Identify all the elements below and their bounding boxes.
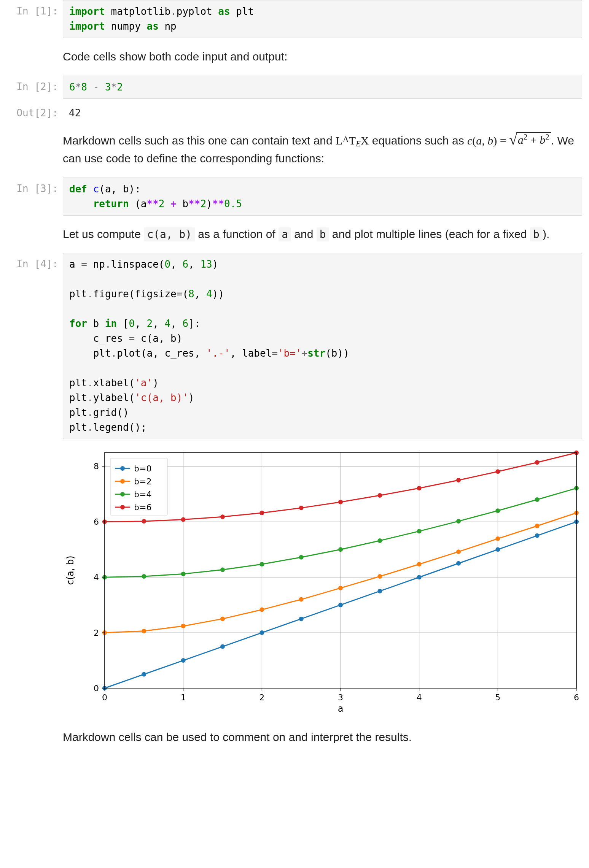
svg-point-22 (495, 547, 500, 552)
svg-point-41 (220, 568, 225, 572)
svg-point-53 (181, 517, 186, 522)
svg-point-23 (535, 533, 540, 538)
svg-point-45 (377, 538, 382, 543)
svg-point-33 (417, 562, 422, 567)
svg-point-57 (338, 500, 343, 505)
svg-point-20 (417, 575, 422, 580)
svg-point-44 (338, 547, 343, 552)
module: matplotlib (105, 6, 170, 17)
svg-point-55 (259, 511, 264, 515)
svg-point-48 (495, 508, 500, 513)
svg-point-93 (120, 466, 125, 471)
svg-point-19 (377, 589, 382, 593)
markdown-cell-3[interactable]: Let us compute c(a, b) as a function of … (7, 219, 582, 250)
code-input[interactable]: 6*8 - 3*2 (63, 76, 582, 99)
markdown-cell-2[interactable]: Markdown cells such as this one can cont… (7, 125, 582, 175)
svg-point-40 (181, 572, 186, 576)
latex-logo: LATEX (336, 134, 369, 147)
input-prompt: In [3]: (7, 178, 63, 196)
code-output: 42 (63, 102, 582, 122)
svg-point-58 (377, 493, 382, 498)
jupyter-notebook: In [1]: import matplotlib.pyplot as plt … (0, 0, 589, 771)
svg-point-13 (142, 672, 146, 677)
svg-point-99 (120, 492, 125, 497)
svg-text:2: 2 (259, 693, 264, 702)
svg-point-32 (377, 574, 382, 579)
svg-point-102 (120, 505, 125, 509)
markdown-cell-4[interactable]: Markdown cells can be used to comment on… (7, 722, 582, 753)
input-prompt: In [1]: (7, 0, 63, 19)
code-cell-2[interactable]: In [2]: 6*8 - 3*2 (7, 76, 582, 99)
svg-text:6: 6 (574, 693, 579, 702)
svg-text:1: 1 (181, 693, 186, 702)
svg-point-52 (142, 519, 146, 524)
svg-point-61 (495, 470, 500, 474)
svg-point-42 (259, 562, 264, 567)
svg-text:3: 3 (338, 693, 343, 702)
svg-text:c(a, b): c(a, b) (65, 556, 76, 585)
svg-point-21 (456, 561, 461, 566)
svg-text:b=4: b=4 (134, 490, 151, 499)
output-prompt: Out[2]: (7, 102, 63, 121)
code-input[interactable]: import matplotlib.pyplot as plt import n… (63, 0, 582, 38)
svg-point-31 (338, 586, 343, 590)
svg-text:4: 4 (94, 573, 99, 582)
markdown-text: Markdown cells can be used to comment on… (63, 722, 582, 753)
input-prompt: In [4]: (7, 253, 63, 271)
svg-point-47 (456, 519, 461, 524)
svg-point-46 (417, 529, 422, 533)
svg-text:0: 0 (102, 693, 107, 702)
markdown-text: Code cells show both code input and outp… (63, 41, 582, 73)
code-input[interactable]: def c(a, b): return (a**2 + b**2)**0.5 (63, 178, 582, 216)
svg-point-39 (142, 574, 146, 579)
svg-point-28 (220, 617, 225, 621)
inline-code: b (530, 227, 543, 241)
svg-text:5: 5 (495, 693, 500, 702)
svg-point-30 (299, 597, 304, 602)
svg-point-62 (535, 460, 540, 465)
svg-point-60 (456, 478, 461, 482)
inline-code: c(a, b) (144, 227, 195, 241)
math-equation: c(a, b) = √a2 + b2 (467, 134, 551, 147)
svg-text:8: 8 (94, 462, 99, 471)
svg-point-29 (259, 608, 264, 612)
svg-text:a: a (338, 703, 344, 714)
svg-point-14 (181, 658, 186, 663)
svg-text:4: 4 (417, 693, 422, 702)
svg-point-96 (120, 479, 125, 484)
svg-point-35 (495, 536, 500, 541)
code-input[interactable]: a = np.linspace(0, 6, 13) plt.figure(fig… (63, 253, 582, 439)
line-chart: 012345602468ac(a, b)b=0b=2b=4b=6 (63, 445, 588, 719)
svg-text:b=6: b=6 (134, 503, 151, 512)
svg-text:6: 6 (94, 517, 99, 527)
keyword: import (69, 6, 105, 17)
svg-point-27 (181, 624, 186, 628)
input-prompt: In [2]: (7, 76, 63, 94)
svg-point-36 (535, 524, 540, 528)
svg-point-26 (142, 629, 146, 633)
svg-text:0: 0 (94, 684, 99, 693)
svg-point-17 (299, 617, 304, 621)
code-cell-3[interactable]: In [3]: def c(a, b): return (a**2 + b**2… (7, 178, 582, 216)
markdown-text: Let us compute c(a, b) as a function of … (63, 219, 582, 250)
svg-text:b=0: b=0 (134, 464, 151, 473)
inline-code: b (317, 227, 329, 241)
svg-point-34 (456, 549, 461, 554)
svg-point-56 (299, 506, 304, 510)
svg-point-54 (220, 515, 225, 519)
markdown-text: Markdown cells such as this one can cont… (63, 125, 582, 175)
markdown-cell-1[interactable]: Code cells show both code input and outp… (7, 41, 582, 73)
svg-point-49 (535, 497, 540, 502)
code-cell-2-output: Out[2]: 42 (7, 102, 582, 122)
svg-text:2: 2 (94, 628, 99, 638)
svg-text:b=2: b=2 (134, 477, 151, 486)
svg-point-16 (259, 630, 264, 635)
svg-point-59 (417, 486, 422, 490)
svg-point-15 (220, 644, 225, 649)
inline-code: a (279, 227, 291, 241)
plot-output: 012345602468ac(a, b)b=0b=2b=4b=6 (63, 439, 582, 719)
code-cell-4[interactable]: In [4]: a = np.linspace(0, 6, 13) plt.fi… (7, 253, 582, 719)
svg-point-18 (338, 603, 343, 607)
svg-point-43 (299, 555, 304, 560)
code-cell-1[interactable]: In [1]: import matplotlib.pyplot as plt … (7, 0, 582, 38)
